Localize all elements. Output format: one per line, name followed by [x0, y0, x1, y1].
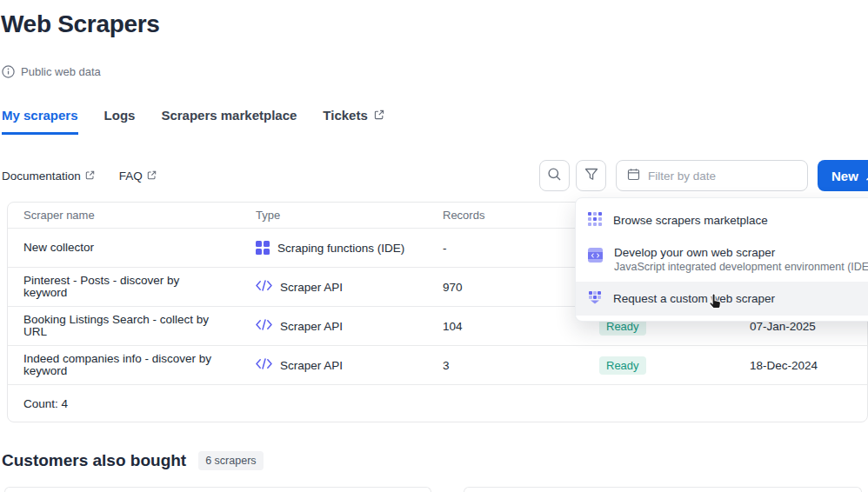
tab-label: Scrapers marketplace — [161, 108, 297, 123]
page-title: Web Scrapers — [1, 10, 160, 38]
product-card[interactable] — [464, 487, 862, 492]
menu-item-develop-scraper[interactable]: Develop your own web scraper JavaScript … — [576, 237, 868, 282]
scraper-name: New collector — [23, 242, 225, 254]
scraper-name: Indeed companies info - discover by keyw… — [23, 353, 225, 377]
scraper-type: Scraper API — [280, 359, 343, 372]
doc-links: Documentation FAQ — [2, 170, 157, 183]
filter-icon — [584, 168, 598, 183]
date-filter-field[interactable] — [616, 160, 808, 191]
tab-my-scrapers[interactable]: My scrapers — [2, 108, 78, 135]
scraper-type: Scraper API — [280, 320, 343, 333]
tab-tickets[interactable]: Tickets — [323, 108, 384, 135]
scraper-type: Scraper API — [280, 281, 343, 294]
menu-item-sublabel: JavaScript integrated development enviro… — [614, 260, 868, 274]
col-header-type: Type — [256, 209, 443, 222]
records-value: 104 — [443, 320, 599, 333]
date-filter-input[interactable] — [648, 170, 778, 183]
menu-item-label: Develop your own web scraper — [614, 245, 868, 260]
scraper-name: Booking Listings Search - collect by URL — [23, 314, 225, 338]
external-link-icon — [147, 170, 157, 183]
filter-button[interactable] — [576, 160, 606, 191]
also-bought-title: Customers also bought — [2, 451, 186, 470]
scraper-name: Pinterest - Posts - discover by keyword — [23, 275, 225, 299]
mouse-pointer-cursor — [705, 292, 725, 316]
page-subtitle: Public web data — [2, 65, 101, 78]
status-badge: Ready — [599, 356, 646, 375]
tab-logs[interactable]: Logs — [104, 108, 136, 135]
menu-item-label: Request a custom web scraper — [613, 291, 775, 306]
tab-scrapers-marketplace[interactable]: Scrapers marketplace — [161, 108, 297, 135]
also-bought-section-header: Customers also bought 6 scrapers — [2, 451, 264, 470]
tab-bar: My scrapers Logs Scrapers marketplace Ti… — [2, 108, 384, 135]
grid-2x2-icon — [256, 241, 270, 255]
code-icon — [256, 319, 272, 333]
custom-scraper-icon — [588, 290, 602, 308]
records-value: 3 — [443, 359, 599, 372]
new-button[interactable]: New — [818, 160, 868, 191]
web-scrapers-page: Web Scrapers Public web data My scrapers… — [0, 0, 868, 492]
marketplace-grid-icon — [588, 212, 602, 229]
last-run-date: 18-Dec-2024 — [750, 359, 867, 372]
table-row[interactable]: Indeed companies info - discover by keyw… — [8, 345, 867, 384]
external-link-icon — [374, 108, 384, 123]
menu-item-browse-marketplace[interactable]: Browse scrapers marketplace — [576, 203, 868, 237]
scraper-count-badge: 6 scrapers — [198, 451, 263, 470]
scraper-type: Scraping functions (IDE) — [277, 242, 404, 255]
col-header-scraper-name: Scraper name — [23, 209, 256, 222]
search-button[interactable] — [539, 160, 570, 191]
new-button-label: New — [831, 169, 858, 183]
code-icon — [256, 358, 272, 372]
table-count: Count: 4 — [8, 384, 867, 422]
external-link-icon — [85, 170, 95, 183]
calendar-icon — [627, 168, 640, 184]
tab-label: My scrapers — [2, 108, 78, 123]
tab-label: Tickets — [323, 108, 367, 123]
info-icon — [2, 65, 15, 78]
tab-label: Logs — [104, 108, 136, 123]
menu-item-label: Browse scrapers marketplace — [613, 213, 768, 228]
code-icon — [256, 280, 272, 294]
faq-link[interactable]: FAQ — [119, 170, 157, 183]
documentation-link[interactable]: Documentation — [2, 170, 95, 183]
subtitle-label: Public web data — [21, 65, 101, 78]
faq-label: FAQ — [119, 170, 143, 183]
documentation-label: Documentation — [2, 170, 81, 183]
product-card[interactable] — [4, 487, 431, 492]
search-icon — [547, 167, 562, 184]
ide-window-icon — [588, 248, 603, 266]
